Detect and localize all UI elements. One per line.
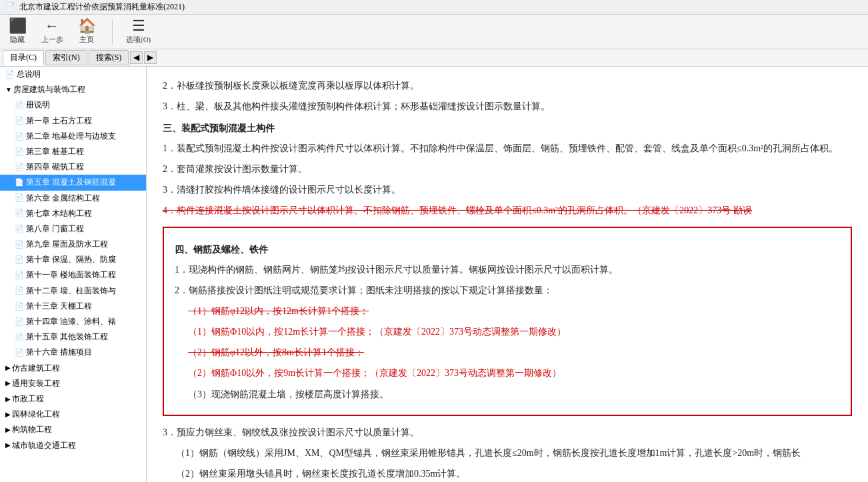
box-p2-s1-strike: （1）钢筋φ12以内，按12m长计算1个搭接； (175, 303, 840, 319)
content-area: 2．补板缝按预制板长度乘以板缝宽度再乘以板厚以体积计算。 3．柱、梁、板及其他构… (147, 67, 868, 482)
doc-icon-7: 📄 (15, 177, 24, 189)
sidebar-item-ch3[interactable]: 📄 第三章 桩基工程 (0, 144, 146, 159)
expand-icon-7: ▶ (5, 440, 11, 451)
back-label: 上一步 (41, 35, 63, 45)
para2: 3．柱、梁、板及其他构件接头灌缝按预制构件体积计算；杯形基础灌缝按设计图示数量计… (163, 98, 852, 115)
home-icon: 🏠 (78, 19, 96, 33)
toolbar: ⬛ 隐藏 ← 上一步 🏠 主页 ☰ 选项(O) (0, 15, 868, 49)
expand-icon-6: ▶ (5, 425, 11, 435)
box-p2-s1-new: （1）钢筋Φ10以内，按12m长计算一个搭接；（京建发〔2022〕373号动态调… (175, 323, 840, 340)
hide-button[interactable]: ⬛ 隐藏 (5, 19, 29, 45)
sidebar-item-bookdesc[interactable]: 📄 册说明 (0, 97, 146, 113)
sidebar-item-ch1[interactable]: 📄 第一章 土石方工程 (0, 113, 146, 129)
expand-icon-5: ▶ (5, 409, 11, 420)
sidebar-item-ch14[interactable]: 📄 第十四章 油漆、涂料、裱 (0, 314, 146, 329)
sidebar-item-ch12[interactable]: 📄 第十二章 墙、柱面装饰与 (0, 283, 146, 299)
sidebar-item-ch2[interactable]: 📄 第二章 地基处理与边坡支 (0, 129, 146, 144)
sidebar-item-ch13[interactable]: 📄 第十三章 天棚工程 (0, 299, 146, 314)
doc-icon-13: 📄 (15, 269, 24, 281)
doc-icon-11: 📄 (15, 239, 24, 251)
sidebar-item-ch16[interactable]: 📄 第十六章 措施项目 (0, 345, 146, 360)
doc-icon-5: 📄 (15, 146, 24, 158)
tabbar: 目录(C) 索引(N) 搜索(S) ◀ ▶ (0, 49, 868, 67)
sidebar-item-ch8[interactable]: 📄 第八章 门窗工程 (0, 221, 146, 237)
back-button[interactable]: ← 上一步 (40, 19, 64, 45)
para-after1: 3．预应力钢丝束、钢绞线及张拉按设计图示尺寸以质量计算。 (163, 424, 852, 441)
doc-icon-10: 📄 (15, 223, 24, 235)
box-p1: 1．现浇构件的钢筋、钢筋网片、钢筋笼均按设计图示尺寸以质量计算。钢板网按设计图示… (175, 261, 840, 278)
doc-icon-16: 📄 (15, 316, 24, 328)
sidebar-item-general[interactable]: 📄 总说明 (0, 67, 146, 82)
nav-next-button[interactable]: ▶ (144, 51, 157, 64)
expand-icon-3: ▶ (5, 378, 11, 389)
tab-toc[interactable]: 目录(C) (3, 50, 44, 65)
sidebar-item-garden[interactable]: ▶ 园林绿化工程 (0, 407, 146, 422)
para-after2-p2: （2）钢丝束采用墩头锚具时，钢丝束长度按孔道长度增加0.35m计算。 (163, 465, 852, 482)
sidebar-item-ch5[interactable]: 📄 第五章 混凝土及钢筋混凝 (0, 175, 146, 190)
box-title: 四、钢筋及螺栓、铁件 (175, 241, 840, 258)
hide-label: 隐藏 (10, 35, 25, 45)
doc-icon-14: 📄 (15, 285, 24, 297)
sidebar-item-install[interactable]: ▶ 通用安装工程 (0, 376, 146, 391)
sidebar-item-structure[interactable]: ▶ 构筑物工程 (0, 422, 146, 437)
tab-search[interactable]: 搜索(S) (89, 50, 129, 65)
box-p2-s3: （3）现浇钢筋混凝土墙，按楼层高度计算搭接。 (175, 386, 840, 403)
doc-icon-4: 📄 (15, 131, 24, 143)
back-icon: ← (45, 19, 59, 33)
home-label: 主页 (79, 35, 94, 45)
sidebar-item-ch4[interactable]: 📄 第四章 砌筑工程 (0, 159, 146, 175)
sidebar-item-ch11[interactable]: 📄 第十一章 楼地面装饰工程 (0, 267, 146, 283)
options-label: 选项(O) (126, 35, 151, 45)
options-icon: ☰ (132, 19, 145, 33)
nav-prev-button[interactable]: ◀ (130, 51, 143, 64)
doc-icon-9: 📄 (15, 207, 24, 219)
box-p2: 2．钢筋搭接按设计图纸注明或规范要求计算；图纸未注明搭接的按以下规定计算搭接数量… (175, 282, 840, 299)
sidebar-item-municipal[interactable]: ▶ 市政工程 (0, 391, 146, 407)
sidebar: 📄 总说明 ▼ 房屋建筑与装饰工程 📄 册说明 📄 第一章 土石方工程 📄 第二… (0, 67, 147, 482)
doc-icon-6: 📄 (15, 161, 24, 173)
doc-icon-3: 📄 (15, 115, 24, 127)
section3-p2: 2．套筒灌浆按设计图示数量计算。 (163, 161, 852, 177)
box-p2-s2-strike: （2）钢筋φ12以外，按8m长计算1个搭接； (175, 344, 840, 361)
tab-index[interactable]: 索引(N) (45, 50, 87, 65)
titlebar: 📄 北京市建设工程计价依据预算消耗量标准(2021) (0, 0, 868, 15)
sidebar-item-ch9[interactable]: 📄 第九章 屋面及防水工程 (0, 237, 146, 252)
toolbar-separator (112, 20, 113, 44)
section3-p3: 3．清缝打胶按构件墙体接缝的设计图示尺寸以长度计算。 (163, 181, 852, 198)
expand-icon-4: ▶ (5, 394, 11, 405)
doc-icon-18: 📄 (15, 347, 24, 359)
options-button[interactable]: ☰ 选项(O) (126, 19, 151, 45)
sidebar-item-ch6[interactable]: 📄 第六章 金属结构工程 (0, 191, 146, 206)
doc-icon-17: 📄 (15, 331, 24, 343)
sidebar-item-ch7[interactable]: 📄 第七章 木结构工程 (0, 206, 146, 221)
doc-icon-12: 📄 (15, 254, 24, 266)
doc-icon-2: 📄 (15, 99, 24, 111)
sidebar-item-ch15[interactable]: 📄 第十五章 其他装饰工程 (0, 329, 146, 345)
sidebar-item-residential[interactable]: ▼ 房屋建筑与装饰工程 (0, 82, 146, 97)
doc-icon-8: 📄 (15, 192, 24, 204)
expand-icon: ▼ (5, 85, 12, 95)
section3-p1: 1．装配式预制混凝土构件按设计图示构件尺寸以体积计算。不扣除构件中保温层、饰面层… (163, 140, 852, 157)
app-title: 北京市建设工程计价依据预算消耗量标准(2021) (19, 1, 185, 13)
doc-icon-15: 📄 (15, 301, 24, 313)
section3-title: 三、装配式预制混凝土构件 (163, 120, 852, 137)
sidebar-item-antique[interactable]: ▶ 仿古建筑工程 (0, 361, 146, 376)
section3-p4-strike: 4．构件连接混凝土按设计图示尺寸以体积计算。不扣除钢筋、预埋铁件、螺栓及单个面积… (163, 202, 852, 219)
box-p2-s2-new: （2）钢筋Φ10以外，按9m长计算一个搭接；（京建发〔2022〕373号动态调整… (175, 365, 840, 381)
app-icon: 📄 (5, 2, 15, 12)
expand-icon-2: ▶ (5, 363, 11, 373)
home-button[interactable]: 🏠 主页 (75, 19, 99, 45)
sidebar-item-metro[interactable]: ▶ 城市轨道交通工程 (0, 438, 146, 453)
correction-box: 四、钢筋及螺栓、铁件 1．现浇构件的钢筋、钢筋网片、钢筋笼均按设计图示尺寸以质量… (163, 227, 852, 416)
hide-icon: ⬛ (9, 19, 27, 33)
main-area: 📄 总说明 ▼ 房屋建筑与装饰工程 📄 册说明 📄 第一章 土石方工程 📄 第二… (0, 67, 868, 482)
doc-icon: 📄 (5, 69, 15, 81)
sidebar-item-ch10[interactable]: 📄 第十章 保温、隔热、防腐 (0, 252, 146, 267)
para1: 2．补板缝按预制板长度乘以板缝宽度再乘以板厚以体积计算。 (163, 77, 852, 94)
para-after2-p1: （1）钢筋（钢绞线）采用JM、XM、QM型锚具，钢丝束采用锥形锚具，孔道长度≤2… (163, 445, 852, 461)
